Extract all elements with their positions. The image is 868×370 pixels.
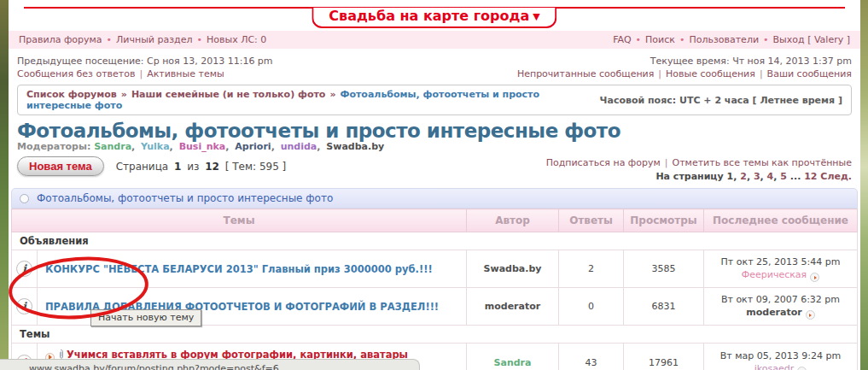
bullet-separator: • [196, 34, 202, 45]
logout-link[interactable]: Выход [ Valery ] [773, 34, 850, 45]
bullet-separator: • [107, 34, 113, 45]
pagination-last-page-link[interactable]: 12 [804, 171, 817, 182]
pipe-separator: | [665, 157, 668, 168]
moderator-link[interactable]: Sandra [94, 141, 131, 152]
faq-link[interactable]: FAQ [613, 34, 631, 45]
goto-last-post-icon[interactable] [810, 273, 819, 282]
unread-messages-link[interactable]: Непрочитанные сообщения [517, 68, 654, 79]
last-post-user-link[interactable]: Феерическая [742, 269, 807, 280]
new-topic-button[interactable]: Новая тема [17, 156, 104, 176]
topic-views: 6831 [624, 288, 704, 326]
topic-author[interactable]: Swadba.by [467, 250, 559, 288]
topic-title-cell: КОНКУРС "НЕВЕСТА БЕЛАРУСИ 2013" Главный … [38, 250, 467, 288]
topics-table: Темы Автор Ответы Просмотры Последнее со… [11, 208, 858, 370]
last-post-date: Пт окт 25, 2013 5:44 pm [708, 255, 853, 268]
subscribe-forum-link[interactable]: Подписаться на форум [546, 157, 661, 168]
breadcrumb-separator: » [121, 89, 127, 100]
topic-author[interactable]: Sandra [467, 344, 559, 370]
pagination: На страницу 1, 2, 3, 4, 5 ... 12 След. [546, 170, 852, 184]
pagination-page-link[interactable]: 5 [780, 171, 787, 182]
navbar-right: FAQ•Поиск•Пользователи•Выход [ Valery ] [613, 34, 850, 45]
last-post-user-line: Феерическая [708, 268, 853, 283]
pagination-page-link[interactable]: 3 [754, 171, 760, 182]
table-row: i КОНКУРС "НЕВЕСТА БЕЛАРУСИ 2013" Главны… [12, 250, 858, 288]
active-topics-link[interactable]: Активные темы [147, 68, 224, 79]
bullet-separator: • [763, 34, 769, 45]
moderators-label: Модераторы: [17, 141, 90, 152]
breadcrumb: Список форумов»Наши семейные (и не тольк… [17, 85, 852, 115]
last-post-date: Вт мар 05, 2013 9:24 pm [708, 349, 853, 362]
goto-last-post-icon[interactable] [797, 367, 807, 370]
page-total: 12 [205, 161, 219, 173]
section-row-announcements: Объявления [12, 232, 858, 250]
forum-status-icon [20, 194, 29, 203]
topic-icon-cell: i [12, 250, 38, 288]
forum-section-title[interactable]: Фотоальбомы, фотоотчеты и просто интерес… [37, 192, 333, 204]
mark-read-link[interactable]: Отметить все темы как прочтённые [673, 157, 852, 168]
pagination-page-link[interactable]: 2 [740, 171, 747, 182]
search-link[interactable]: Поиск [645, 34, 675, 45]
page-label: Страница [116, 161, 169, 173]
timezone-info: Часовой пояс: UTC + 2 часа [ Летнее врем… [600, 95, 842, 106]
moderator-link[interactable]: Swadba.by [326, 141, 384, 152]
last-post-date: Вт окт 09, 2007 6:32 pm [708, 293, 853, 306]
browser-viewport: Свадьба на карте города▼ Правила форума•… [0, 0, 868, 370]
browser-status-bar: www.swadba.by/forum/posting.php?mode=pos… [0, 359, 420, 370]
topic-author[interactable]: moderator [467, 288, 559, 326]
new-topic-tooltip: Начать новую тему [90, 309, 201, 326]
last-post-cell: Вт мар 05, 2013 9:24 pm ikosaedr [704, 344, 858, 370]
last-visit-value: Ср ноя 13, 2013 11:16 pm [147, 56, 273, 67]
current-time-line: Текущее время: Чт ноя 14, 2013 1:37 pm [517, 55, 852, 68]
personal-section-link[interactable]: Личный раздел [116, 34, 192, 45]
page-of: из [187, 161, 199, 173]
city-map-dropdown[interactable]: Свадьба на карте города▼ [312, 8, 556, 28]
comma-separator: , [760, 171, 764, 182]
pagination-ellipsis: ... [790, 171, 801, 182]
breadcrumb-parent-forum[interactable]: Наши семейные (и не только) фото [131, 89, 326, 100]
forum-content: Фотоальбомы, фотоотчеты и просто интерес… [9, 120, 860, 370]
message-links-line: Непрочитанные сообщения|Новые сообщения|… [517, 68, 852, 80]
page-info: Страница 1 из 12 [ Тем: 595 ] [116, 161, 287, 173]
private-messages-link[interactable]: Новых ЛС: 0 [207, 34, 266, 45]
controls-right: Подписаться на форум|Отметить все темы к… [546, 156, 852, 184]
moderators-line: Модераторы: Sandra, Yulka, Busi_nka, Apr… [11, 141, 858, 153]
comma-separator: , [747, 171, 750, 182]
topic-replies: 2 [559, 250, 624, 288]
pipe-separator: | [139, 68, 143, 79]
moderator-link[interactable]: undida [281, 141, 317, 152]
comma-separator: , [271, 141, 275, 152]
moderator-link[interactable]: Apriori [235, 141, 271, 152]
goto-last-post-icon[interactable] [806, 310, 815, 320]
pipe-separator: | [658, 68, 661, 79]
last-post-cell: Вт окт 09, 2007 6:32 pm moderator [704, 288, 858, 326]
forum-page: Свадьба на карте города▼ Правила форума•… [9, 0, 860, 370]
current-time-label: Текущее время: [650, 56, 730, 67]
unanswered-posts-link[interactable]: Сообщения без ответов [17, 68, 135, 79]
breadcrumb-forum-index[interactable]: Список форумов [26, 89, 117, 100]
pagination-label: На страницу [655, 171, 723, 182]
forum-rules-link[interactable]: Правила форума [19, 34, 102, 45]
comma-separator: , [225, 141, 229, 152]
comma-separator: , [733, 171, 737, 182]
last-post-user-link[interactable]: ikosaedr [754, 363, 795, 370]
moderator-link[interactable]: Busi_nka [179, 141, 226, 152]
pagination-next-link[interactable]: След. [820, 171, 852, 182]
last-visit-line: Предыдущее посещение: Ср ноя 13, 2013 11… [17, 55, 273, 68]
topic-replies: 43 [559, 344, 624, 370]
last-post-user-link[interactable]: moderator [746, 307, 801, 318]
breadcrumb-trail: Список форумов»Наши семейные (и не тольк… [26, 89, 590, 111]
your-messages-link[interactable]: Ваши сообщения [767, 68, 852, 79]
new-messages-link[interactable]: Новые сообщения [666, 68, 755, 79]
city-map-label: Свадьба на карте города [329, 8, 529, 24]
comma-separator: , [131, 141, 135, 152]
session-info: Предыдущее посещение: Ср ноя 13, 2013 11… [9, 49, 860, 80]
topic-title-link[interactable]: КОНКУРС "НЕВЕСТА БЕЛАРУСИ 2013" Главный … [45, 263, 433, 275]
comma-separator: , [170, 141, 173, 152]
announcement-info-icon: i [16, 298, 32, 314]
column-header-author: Автор [467, 209, 559, 232]
forum-section-bar: Фотоальбомы, фотоотчеты и просто интерес… [11, 188, 858, 208]
moderator-link[interactable]: Yulka [141, 141, 170, 152]
table-header-row: Темы Автор Ответы Просмотры Последнее со… [12, 209, 858, 232]
members-link[interactable]: Пользователи [689, 34, 759, 45]
current-time-value: Чт ноя 14, 2013 1:37 pm [732, 56, 852, 67]
